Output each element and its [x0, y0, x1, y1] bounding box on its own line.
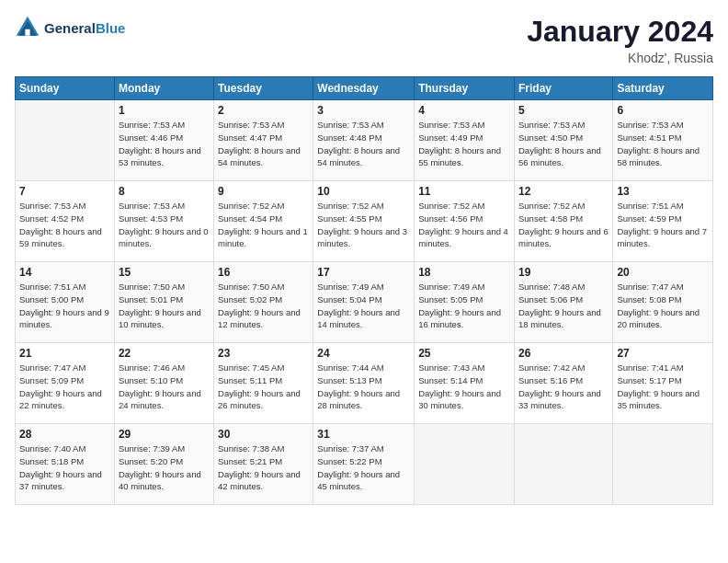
day-info: Sunrise: 7:53 AM Sunset: 4:52 PM Dayligh…: [19, 200, 110, 250]
day-number: 24: [317, 347, 410, 360]
calendar-cell: 10 Sunrise: 7:52 AM Sunset: 4:55 PM Dayl…: [313, 181, 415, 262]
sunset: Sunset: 5:10 PM: [119, 375, 183, 385]
daylight: Daylight: 9 hours and 28 minutes.: [317, 388, 400, 411]
sunset: Sunset: 4:52 PM: [19, 213, 84, 224]
daylight: Daylight: 9 hours and 6 minutes.: [518, 226, 609, 249]
calendar-cell: [16, 100, 115, 181]
sunset: Sunset: 4:53 PM: [119, 213, 183, 224]
sunrise: Sunrise: 7:47 AM: [617, 282, 683, 292]
day-number: 29: [119, 428, 210, 441]
month-title: January 2024: [527, 15, 713, 49]
day-header-monday: Monday: [114, 77, 213, 100]
header: GeneralBlue January 2024 Khodz', Russia: [15, 15, 713, 65]
day-header-sunday: Sunday: [16, 77, 115, 100]
day-number: 20: [617, 266, 709, 279]
day-number: 2: [218, 104, 309, 117]
daylight: Daylight: 9 hours and 14 minutes.: [317, 307, 400, 330]
day-number: 3: [317, 104, 410, 117]
day-number: 22: [119, 347, 210, 360]
sunset: Sunset: 4:56 PM: [418, 213, 483, 224]
calendar-cell: 13 Sunrise: 7:51 AM Sunset: 4:59 PM Dayl…: [613, 181, 713, 262]
sunset: Sunset: 5:06 PM: [518, 294, 583, 304]
daylight: Daylight: 8 hours and 54 minutes.: [218, 145, 301, 168]
calendar-cell: 14 Sunrise: 7:51 AM Sunset: 5:00 PM Dayl…: [16, 262, 115, 343]
sunrise: Sunrise: 7:45 AM: [218, 362, 284, 373]
logo-icon: [15, 15, 40, 40]
day-number: 11: [418, 185, 510, 198]
day-info: Sunrise: 7:49 AM Sunset: 5:04 PM Dayligh…: [317, 281, 410, 331]
day-info: Sunrise: 7:50 AM Sunset: 5:02 PM Dayligh…: [218, 281, 309, 331]
sunset: Sunset: 5:01 PM: [119, 294, 183, 304]
daylight: Daylight: 9 hours and 16 minutes.: [418, 307, 501, 330]
day-info: Sunrise: 7:53 AM Sunset: 4:47 PM Dayligh…: [218, 119, 309, 169]
calendar-cell: [613, 424, 713, 505]
sunset: Sunset: 5:18 PM: [19, 456, 84, 466]
sunset: Sunset: 5:16 PM: [518, 375, 583, 385]
day-info: Sunrise: 7:43 AM Sunset: 5:14 PM Dayligh…: [418, 362, 510, 412]
day-number: 4: [418, 104, 510, 117]
sunrise: Sunrise: 7:51 AM: [617, 201, 683, 211]
day-info: Sunrise: 7:53 AM Sunset: 4:48 PM Dayligh…: [317, 119, 410, 169]
sunrise: Sunrise: 7:52 AM: [418, 201, 484, 211]
daylight: Daylight: 9 hours and 3 minutes.: [317, 226, 407, 249]
day-info: Sunrise: 7:52 AM Sunset: 4:55 PM Dayligh…: [317, 200, 410, 250]
calendar-cell: 11 Sunrise: 7:52 AM Sunset: 4:56 PM Dayl…: [415, 181, 515, 262]
sunset: Sunset: 5:14 PM: [418, 375, 483, 385]
sunset: Sunset: 4:49 PM: [418, 132, 483, 143]
daylight: Daylight: 9 hours and 35 minutes.: [617, 388, 700, 411]
day-info: Sunrise: 7:44 AM Sunset: 5:13 PM Dayligh…: [317, 362, 410, 412]
day-info: Sunrise: 7:39 AM Sunset: 5:20 PM Dayligh…: [119, 442, 210, 493]
calendar-cell: 8 Sunrise: 7:53 AM Sunset: 4:53 PM Dayli…: [114, 181, 213, 262]
day-info: Sunrise: 7:42 AM Sunset: 5:16 PM Dayligh…: [518, 362, 609, 412]
day-number: 17: [317, 266, 410, 279]
logo: GeneralBlue: [15, 15, 125, 40]
calendar-cell: 27 Sunrise: 7:41 AM Sunset: 5:17 PM Dayl…: [613, 343, 713, 424]
sunrise: Sunrise: 7:46 AM: [119, 362, 185, 373]
calendar-cell: 15 Sunrise: 7:50 AM Sunset: 5:01 PM Dayl…: [114, 262, 213, 343]
daylight: Daylight: 8 hours and 58 minutes.: [617, 145, 700, 168]
calendar-header-row: SundayMondayTuesdayWednesdayThursdayFrid…: [16, 77, 713, 100]
daylight: Daylight: 9 hours and 33 minutes.: [518, 388, 601, 411]
day-info: Sunrise: 7:51 AM Sunset: 5:00 PM Dayligh…: [19, 281, 110, 331]
daylight: Daylight: 9 hours and 0 minutes.: [119, 226, 209, 249]
daylight: Daylight: 9 hours and 26 minutes.: [218, 388, 301, 411]
calendar-cell: 6 Sunrise: 7:53 AM Sunset: 4:51 PM Dayli…: [613, 100, 713, 181]
day-info: Sunrise: 7:47 AM Sunset: 5:08 PM Dayligh…: [617, 281, 709, 331]
sunrise: Sunrise: 7:38 AM: [218, 443, 284, 454]
daylight: Daylight: 9 hours and 30 minutes.: [418, 388, 501, 411]
sunrise: Sunrise: 7:53 AM: [418, 120, 484, 130]
sunrise: Sunrise: 7:47 AM: [19, 362, 85, 373]
daylight: Daylight: 9 hours and 4 minutes.: [418, 226, 508, 249]
sunrise: Sunrise: 7:53 AM: [617, 120, 683, 130]
sunset: Sunset: 5:04 PM: [317, 294, 381, 304]
daylight: Daylight: 9 hours and 12 minutes.: [218, 307, 301, 330]
day-number: 6: [617, 104, 709, 117]
day-header-friday: Friday: [514, 77, 612, 100]
sunrise: Sunrise: 7:51 AM: [19, 282, 85, 292]
daylight: Daylight: 9 hours and 7 minutes.: [617, 226, 707, 249]
sunrise: Sunrise: 7:52 AM: [518, 201, 585, 211]
sunrise: Sunrise: 7:37 AM: [317, 443, 383, 454]
calendar-cell: 31 Sunrise: 7:37 AM Sunset: 5:22 PM Dayl…: [313, 424, 415, 505]
day-number: 1: [119, 104, 210, 117]
daylight: Daylight: 8 hours and 53 minutes.: [119, 145, 201, 168]
calendar-cell: 30 Sunrise: 7:38 AM Sunset: 5:21 PM Dayl…: [214, 424, 313, 505]
sunrise: Sunrise: 7:48 AM: [518, 282, 585, 292]
day-number: 10: [317, 185, 410, 198]
sunset: Sunset: 5:08 PM: [617, 294, 681, 304]
sunset: Sunset: 5:00 PM: [19, 294, 84, 304]
day-info: Sunrise: 7:52 AM Sunset: 4:54 PM Dayligh…: [218, 200, 309, 250]
sunset: Sunset: 4:50 PM: [518, 132, 583, 143]
sunrise: Sunrise: 7:53 AM: [518, 120, 585, 130]
sunrise: Sunrise: 7:53 AM: [317, 120, 383, 130]
sunset: Sunset: 5:11 PM: [218, 375, 282, 385]
daylight: Daylight: 9 hours and 1 minute.: [218, 226, 308, 249]
day-info: Sunrise: 7:52 AM Sunset: 4:58 PM Dayligh…: [518, 200, 609, 250]
day-number: 27: [617, 347, 709, 360]
day-number: 13: [617, 185, 709, 198]
sunset: Sunset: 4:47 PM: [218, 132, 282, 143]
day-number: 26: [518, 347, 609, 360]
day-number: 23: [218, 347, 309, 360]
day-number: 12: [518, 185, 609, 198]
day-number: 8: [119, 185, 210, 198]
